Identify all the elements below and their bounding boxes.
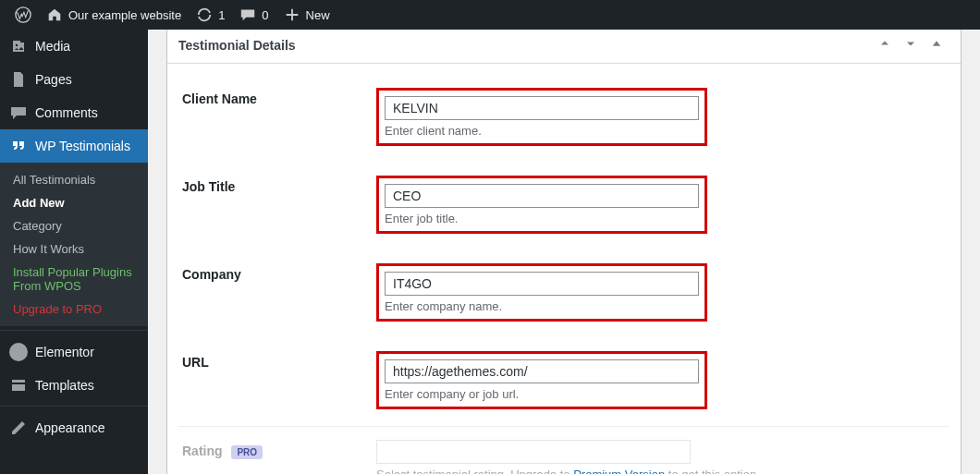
chevron-up-icon	[877, 36, 892, 51]
sidebar-item-elementor[interactable]: Elementor	[0, 335, 148, 369]
content-area: Testimonial Details Client Name Enter cl…	[148, 30, 980, 474]
client-name-input[interactable]	[385, 96, 699, 120]
triangle-up-icon	[930, 37, 943, 50]
chevron-down-icon	[903, 36, 918, 51]
url-highlight: Enter company or job url.	[376, 351, 707, 409]
panel-toggle-button[interactable]	[924, 37, 949, 53]
rating-label-text: Rating	[182, 444, 223, 458]
home-icon	[46, 6, 63, 23]
submenu-all-testimonials[interactable]: All Testimonials	[0, 168, 148, 191]
sidebar-item-label: Appearance	[35, 420, 105, 435]
url-label: URL	[178, 338, 373, 427]
premium-version-link[interactable]: Premium Version	[573, 468, 665, 474]
sidebar-submenu: All Testimonials Add New Category How It…	[0, 163, 148, 326]
comment-icon	[239, 6, 256, 23]
sidebar-item-label: Pages	[35, 72, 72, 87]
form-table: Client Name Enter client name. Job Title…	[178, 75, 949, 474]
rating-help: Select testimonial rating. Upgrade to Pr…	[376, 468, 946, 474]
appearance-icon	[9, 419, 28, 437]
templates-icon	[9, 376, 28, 395]
rating-field-wrap	[376, 440, 946, 464]
sidebar-separator	[0, 402, 148, 407]
wp-logo[interactable]	[7, 0, 39, 30]
submenu-category[interactable]: Category	[0, 214, 148, 237]
pages-icon	[9, 70, 28, 89]
refresh-icon	[196, 6, 213, 23]
job-title-label: Job Title	[178, 163, 373, 250]
plus-icon	[284, 6, 300, 23]
rating-input	[376, 440, 691, 464]
sidebar-item-media[interactable]: Media	[0, 30, 148, 63]
company-help: Enter company name.	[385, 299, 699, 313]
rating-label: Rating PRO	[178, 427, 373, 475]
sidebar-item-label: Elementor	[35, 345, 94, 359]
updates-count: 1	[218, 8, 225, 22]
elementor-icon	[9, 343, 28, 361]
sidebar-item-pages[interactable]: Pages	[0, 63, 148, 96]
url-help: Enter company or job url.	[385, 387, 699, 401]
admin-sidebar: Media Pages Comments WP Testimonials All…	[0, 30, 148, 474]
panel-body: Client Name Enter client name. Job Title…	[167, 64, 961, 474]
site-name: Our example website	[68, 8, 181, 22]
svg-point-1	[16, 44, 18, 46]
move-down-button[interactable]	[898, 36, 924, 54]
new-content-link[interactable]: New	[276, 0, 337, 30]
company-input[interactable]	[385, 272, 699, 296]
sidebar-item-appearance[interactable]: Appearance	[0, 411, 148, 444]
job-title-input[interactable]	[385, 184, 699, 208]
wordpress-icon	[15, 6, 31, 23]
submenu-upgrade-to-pro[interactable]: Upgrade to PRO	[0, 298, 148, 321]
comments-link[interactable]: 0	[232, 0, 276, 30]
url-input[interactable]	[385, 359, 699, 383]
sidebar-item-label: Templates	[35, 378, 94, 393]
move-up-button[interactable]	[872, 36, 898, 54]
media-icon	[9, 37, 28, 55]
testimonial-details-panel: Testimonial Details Client Name Enter cl…	[166, 30, 962, 474]
site-name-link[interactable]: Our example website	[39, 0, 189, 30]
sidebar-separator	[0, 326, 148, 331]
sidebar-item-comments[interactable]: Comments	[0, 96, 148, 129]
pro-badge: PRO	[231, 445, 263, 459]
rating-help-text-1: Select testimonial rating. Upgrade to	[376, 468, 573, 474]
new-label: New	[306, 8, 330, 22]
updates-link[interactable]: 1	[189, 0, 232, 30]
sidebar-item-label: Media	[35, 39, 70, 54]
job-title-highlight: Enter job title.	[376, 176, 707, 234]
submenu-install-popular-plugins[interactable]: Install Popular Plugins From WPOS	[0, 261, 148, 298]
client-name-label: Client Name	[178, 75, 373, 163]
sidebar-item-templates[interactable]: Templates	[0, 369, 148, 402]
rating-help-text-2: to get this option.	[665, 468, 760, 474]
job-title-help: Enter job title.	[385, 212, 699, 225]
company-highlight: Enter company name.	[376, 263, 707, 322]
comments-icon	[9, 103, 28, 122]
submenu-how-it-works[interactable]: How It Works	[0, 237, 148, 261]
sidebar-item-label: Comments	[35, 105, 98, 120]
quote-icon	[9, 137, 28, 155]
submenu-add-new[interactable]: Add New	[0, 191, 148, 214]
panel-title: Testimonial Details	[178, 38, 872, 53]
company-label: Company	[178, 250, 373, 338]
client-name-help: Enter client name.	[385, 124, 699, 138]
sidebar-item-wp-testimonials[interactable]: WP Testimonials	[0, 129, 148, 163]
adminbar: Our example website 1 0 New	[0, 0, 980, 30]
client-name-highlight: Enter client name.	[376, 88, 707, 146]
panel-header: Testimonial Details	[167, 30, 961, 64]
sidebar-item-label: WP Testimonials	[35, 139, 130, 153]
comments-count: 0	[262, 8, 268, 22]
